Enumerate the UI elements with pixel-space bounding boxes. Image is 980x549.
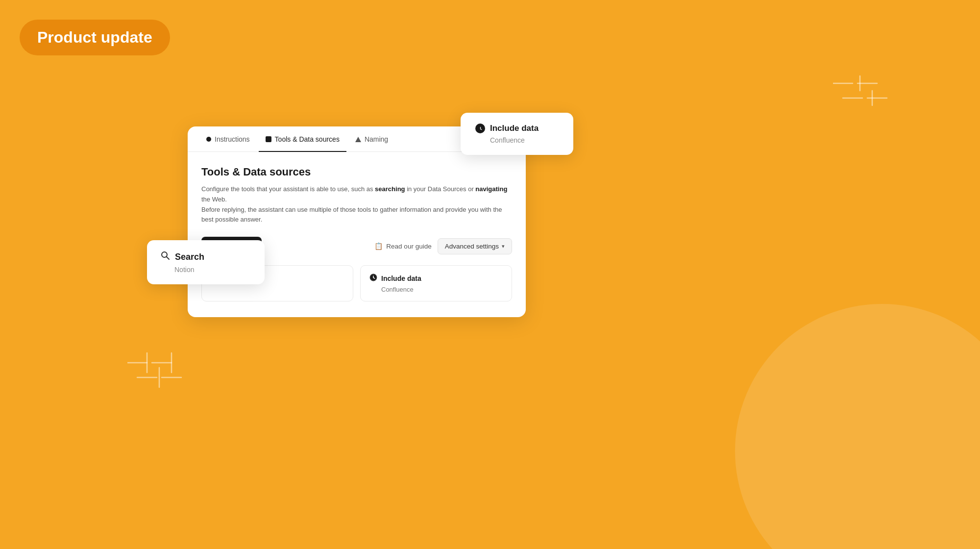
advanced-settings-button[interactable]: Advanced settings ▾: [438, 238, 512, 254]
bg-decoration-circle: [735, 304, 980, 549]
search-float-header: Search: [161, 251, 251, 263]
desc-text-3: the Web.Before replying, the assistant c…: [201, 196, 502, 224]
advanced-settings-label: Advanced settings: [445, 243, 499, 250]
card-body: Tools & Data sources Configure the tools…: [188, 152, 526, 317]
card-description: Configure the tools that your assistant …: [201, 184, 512, 225]
search-float-icon: [161, 251, 170, 263]
tab-tools-data-label: Tools & Data sources: [275, 135, 340, 143]
card-title: Tools & Data sources: [201, 166, 512, 178]
read-guide-button[interactable]: 📋 Read our guide: [374, 242, 431, 250]
tool-card-include-header: Include data: [369, 274, 503, 283]
desc-text-2: in your Data Sources or: [407, 185, 475, 193]
tab-instructions[interactable]: Instructions: [199, 126, 257, 152]
toolbar-right: 📋 Read our guide Advanced settings ▾: [374, 238, 512, 254]
include-float-header: Include data: [475, 124, 559, 133]
dot-icon: [206, 137, 211, 142]
search-float-card: Search Notion: [147, 240, 265, 284]
deco-lines-topright: [833, 74, 897, 118]
include-float-card: Include data Confluence: [461, 113, 573, 155]
include-float-name: Include data: [490, 124, 539, 133]
search-float-name: Search: [175, 252, 204, 262]
triangle-icon: [355, 137, 361, 142]
include-float-sub: Confluence: [475, 136, 559, 144]
tab-naming[interactable]: Naming: [348, 126, 395, 152]
main-card: Instructions Tools & Data sources Naming…: [188, 126, 526, 317]
tool-card-include-sub: Confluence: [369, 286, 503, 293]
book-icon: 📋: [374, 242, 383, 250]
tab-naming-label: Naming: [365, 135, 388, 143]
square-icon: [266, 136, 271, 142]
tab-tools-data[interactable]: Tools & Data sources: [259, 126, 346, 152]
tool-card-include-data[interactable]: Include data Confluence: [360, 265, 512, 301]
clock-icon: [369, 274, 377, 283]
include-float-clock-icon: [475, 124, 485, 133]
product-badge-text: Product update: [37, 28, 152, 46]
search-float-sub: Notion: [161, 266, 251, 274]
desc-bold-1: searching: [375, 185, 405, 193]
desc-text-1: Configure the tools that your assistant …: [201, 185, 375, 193]
read-guide-label: Read our guide: [386, 243, 431, 250]
svg-line-19: [167, 257, 170, 260]
tool-card-include-name: Include data: [381, 274, 421, 282]
product-badge: Product update: [20, 20, 170, 55]
chevron-down-icon: ▾: [502, 243, 505, 250]
deco-lines-bottomleft: [127, 348, 191, 402]
tab-instructions-label: Instructions: [215, 135, 250, 143]
desc-bold-2: navigating: [475, 185, 507, 193]
